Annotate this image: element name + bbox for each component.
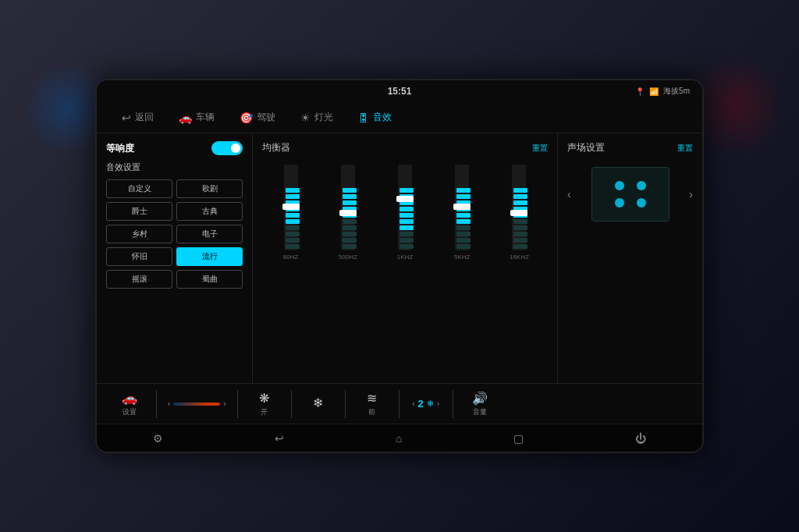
eq-track-5khz[interactable]	[455, 165, 469, 250]
android-nav-bar: ⚙ ↩ ⌂ ▢ ⏻	[97, 424, 702, 452]
nav-audio[interactable]: 🎛 音效	[346, 108, 404, 127]
eq-thumb-1khz[interactable]	[396, 196, 414, 202]
eq-seg	[456, 194, 471, 199]
eq-thumb-80hz[interactable]	[282, 204, 300, 210]
eq-seg	[343, 238, 357, 243]
android-back-btn[interactable]: ↩	[275, 432, 284, 445]
seat-rear-left	[615, 198, 624, 207]
eq-track-80hz[interactable]	[284, 165, 298, 250]
eq-thumb-5khz[interactable]	[453, 204, 471, 210]
eq-seg	[286, 244, 300, 249]
wifi-icon: 📶	[649, 87, 659, 96]
preset-country[interactable]: 乡村	[106, 225, 172, 243]
nav-drive[interactable]: 🎯 驾驶	[227, 108, 288, 127]
eq-seg	[286, 213, 300, 218]
eq-seg	[513, 194, 527, 199]
preset-opera[interactable]: 歌剧	[176, 179, 243, 198]
soundfield-display: ‹ ›	[567, 161, 693, 228]
eq-track-16khz[interactable]	[512, 165, 526, 250]
ac-icon: ❄	[313, 395, 323, 410]
speed-left-arrow[interactable]: ‹	[412, 399, 414, 408]
nav-vehicle[interactable]: 🚗 车辆	[166, 108, 227, 127]
temp-right-arrow[interactable]: ›	[223, 399, 225, 408]
eq-seg	[286, 194, 300, 199]
temp-left-arrow[interactable]: ‹	[168, 399, 170, 408]
status-right: 📍 📶 海拔5m	[635, 86, 690, 97]
preset-grid: 自定义 歌剧 爵士 古典 乡村 电子 怀旧 流行 摇滚 蜀曲	[106, 179, 243, 289]
android-home-btn[interactable]: ⌂	[396, 432, 402, 445]
bottom-divider-1	[156, 390, 157, 418]
eq-band-80hz: 80HZ	[265, 165, 316, 261]
bottom-divider-3	[291, 390, 292, 418]
eq-band-500hz: 500HZ	[322, 165, 373, 261]
soundfield-next-arrow[interactable]: ›	[689, 188, 693, 200]
preset-popular[interactable]: 流行	[176, 247, 243, 266]
audio-settings-label: 音效设置	[106, 161, 243, 173]
preset-nostalgia[interactable]: 怀旧	[106, 247, 172, 266]
bottom-divider-5	[399, 390, 400, 418]
bottom-settings[interactable]: 🚗 设置	[106, 391, 153, 417]
seat-front-left	[615, 181, 624, 190]
seat-rear-right	[637, 198, 646, 207]
eq-seg	[286, 188, 300, 193]
eq-seg	[513, 188, 527, 193]
soundfield-title: 声场设置	[567, 141, 605, 154]
eq-segments-1khz	[398, 165, 412, 250]
eq-thumb-500hz[interactable]	[339, 210, 357, 216]
eq-track-1khz[interactable]	[398, 165, 412, 250]
android-power-btn[interactable]: ⏻	[635, 432, 646, 445]
bottom-speed: ‹ 2 ❄ ›	[403, 398, 449, 410]
vehicle-icon: 🚗	[179, 112, 192, 124]
bottom-ac[interactable]: ❄	[295, 395, 342, 412]
bottom-front[interactable]: ≋ 前	[349, 391, 396, 417]
temp-slider[interactable]	[173, 403, 220, 406]
eq-seg	[513, 232, 527, 236]
preset-folk[interactable]: 蜀曲	[176, 270, 243, 289]
eq-seg	[513, 238, 527, 243]
android-recents-btn[interactable]: ▢	[513, 432, 524, 445]
eq-freq-16khz: 16KHZ	[510, 254, 529, 261]
equalizer-toggle[interactable]	[211, 141, 243, 155]
volume-icon: 🔊	[472, 391, 488, 406]
eq-freq-5khz: 5KHZ	[454, 254, 470, 261]
soundfield-diagram	[591, 167, 669, 222]
eq-band-5khz: 5KHZ	[437, 165, 488, 261]
bottom-divider-6	[453, 390, 453, 418]
drive-icon: 🎯	[240, 112, 253, 124]
eq-seg	[343, 188, 357, 193]
bottom-fan[interactable]: ❋ 开	[241, 391, 288, 417]
bottom-divider-2	[237, 390, 238, 418]
main-content: 等响度 音效设置 自定义 歌剧 爵士 古典 乡村 电子 怀旧 流行 摇滚	[97, 133, 702, 383]
status-bar: 15:51 📍 📶 海拔5m	[97, 80, 702, 102]
eq-seg	[400, 213, 414, 218]
fan-icon: ❋	[259, 391, 269, 406]
soundfield-prev-arrow[interactable]: ‹	[567, 188, 571, 200]
soundfield-panel: 声场设置 重置 ‹ ›	[558, 133, 702, 383]
eq-seg	[456, 238, 471, 243]
speed-right-arrow[interactable]: ›	[437, 399, 439, 408]
preset-custom[interactable]: 自定义	[106, 179, 172, 198]
bg-decoration-right	[698, 47, 776, 164]
eq-panel: 均衡器 重置	[253, 133, 558, 383]
screen-container: 15:51 📍 📶 海拔5m ↩ 返回 🚗 车辆 🎯	[95, 79, 704, 453]
soundfield-reset-button[interactable]: 重置	[677, 143, 693, 154]
preset-classic[interactable]: 古典	[176, 202, 243, 221]
preset-jazz[interactable]: 爵士	[106, 202, 172, 221]
eq-seg	[400, 225, 414, 230]
android-settings-btn[interactable]: ⚙	[153, 432, 163, 445]
audio-icon: 🎛	[358, 112, 369, 124]
eq-track-500hz[interactable]	[341, 165, 355, 250]
nav-vehicle-label: 车辆	[196, 111, 215, 124]
preset-rock[interactable]: 摇滚	[106, 270, 172, 289]
eq-thumb-16khz[interactable]	[510, 210, 527, 216]
location-icon: 📍	[635, 87, 645, 96]
eq-seg	[513, 219, 527, 224]
bottom-volume[interactable]: 🔊 音量	[456, 391, 503, 417]
eq-reset-button[interactable]: 重置	[532, 143, 548, 154]
eq-title: 均衡器	[262, 141, 290, 154]
eq-seg	[456, 225, 471, 230]
eq-seg	[343, 244, 357, 249]
nav-lights[interactable]: ☀ 灯光	[288, 108, 346, 127]
preset-electronic[interactable]: 电子	[176, 225, 243, 243]
nav-back[interactable]: ↩ 返回	[109, 108, 166, 127]
